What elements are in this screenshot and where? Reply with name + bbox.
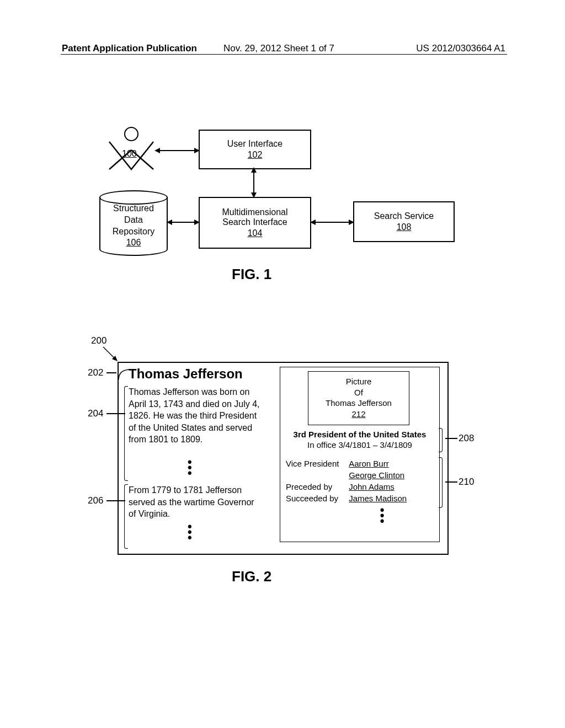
repo-cylinder: Structured Data Repository 106 <box>99 197 168 256</box>
title-curve <box>118 367 132 381</box>
row-vp-v1[interactable]: Aaron Burr <box>349 458 389 469</box>
header-center: Nov. 29, 2012 Sheet 1 of 7 <box>223 43 334 54</box>
bracket-204 <box>124 386 128 481</box>
pic-ref: 212 <box>308 409 409 420</box>
arrow-ui-msi <box>248 167 259 198</box>
lead-210 <box>445 481 457 483</box>
fig2-caption: FIG. 2 <box>232 568 271 585</box>
ref-208: 208 <box>459 433 474 444</box>
row-vp-v2[interactable]: George Clinton <box>349 469 404 481</box>
search-ref: 108 <box>397 222 412 232</box>
figure-1: 100 User Interface 102 Structured Data R… <box>97 130 483 284</box>
arrow-repo-msi <box>167 217 200 228</box>
msi-ref: 104 <box>248 228 263 238</box>
bracket-210 <box>439 457 443 508</box>
svg-marker-11 <box>349 220 354 225</box>
tick-206 <box>121 500 125 501</box>
row-prec-v1[interactable]: John Adams <box>349 481 395 493</box>
picture-box: Picture Of Thomas Jefferson 212 <box>308 371 409 425</box>
msi-label: Multidimensional Search Interface <box>222 207 287 227</box>
info-box: Picture Of Thomas Jefferson 212 3rd Pres… <box>280 367 440 542</box>
ui-label: User Interface <box>227 139 282 149</box>
caption-208: 3rd President of the United States In of… <box>280 430 439 449</box>
dots-1: ••• <box>188 459 192 476</box>
row-succ-v1[interactable]: James Madison <box>349 493 407 504</box>
patent-page: Patent Application Publication Nov. 29, … <box>0 0 565 728</box>
para-204: Thomas Jefferson was born on April 13, 1… <box>129 386 260 446</box>
pic-l1: Picture <box>308 376 409 387</box>
msi-box: Multidimensional Search Interface 104 <box>199 197 311 249</box>
fig2-panel: Thomas Jefferson Thomas Jefferson was bo… <box>118 362 449 555</box>
fig1-caption: FIG. 1 <box>232 266 271 283</box>
row-vp-key: Vice President <box>286 458 347 469</box>
svg-marker-7 <box>167 220 172 225</box>
ui-ref: 102 <box>248 150 263 160</box>
bracket-208 <box>439 428 443 452</box>
figure-2: 200 Thomas Jefferson Thomas Jefferson wa… <box>80 342 488 563</box>
header-rule <box>61 54 507 55</box>
row-succ-key: Succeeded by <box>286 493 347 504</box>
arrow-msi-search <box>310 217 354 228</box>
search-box: Search Service 108 <box>353 201 455 242</box>
lead-206 <box>106 500 121 501</box>
para-206: From 1779 to 1781 Jefferson served as th… <box>129 484 260 520</box>
arrow-user-ui <box>154 145 200 156</box>
header-left: Patent Application Publication <box>62 43 197 54</box>
ref-202: 202 <box>88 367 103 378</box>
header-right: US 2012/0303664 A1 <box>416 43 505 54</box>
repo-l1: Structured <box>113 203 154 215</box>
svg-marker-4 <box>251 167 257 173</box>
search-label: Search Service <box>374 211 434 221</box>
ref-206: 206 <box>88 495 103 506</box>
rows-210: Vice President Aaron Burr George Clinton… <box>286 458 407 524</box>
svg-marker-8 <box>194 220 200 225</box>
pic-l3: Thomas Jefferson <box>308 398 409 409</box>
dots-3: ••• <box>358 507 407 524</box>
svg-marker-1 <box>154 148 160 153</box>
row-prec-key: Preceded by <box>286 481 347 493</box>
dots-2: ••• <box>188 524 192 540</box>
lead-202 <box>106 372 116 373</box>
tick-204 <box>121 413 125 414</box>
cap208-t2: In office 3/4/1801 – 3/4/1809 <box>280 440 439 449</box>
page-title: Thomas Jefferson <box>129 366 243 382</box>
svg-marker-10 <box>310 220 316 225</box>
lead-204 <box>106 413 121 414</box>
cap208-t1: 3rd President of the United States <box>280 430 439 439</box>
user-ref: 100 <box>122 149 137 159</box>
repo-l3: Repository <box>113 226 154 238</box>
lead-208 <box>445 438 457 439</box>
svg-marker-5 <box>251 192 257 198</box>
ref-204: 204 <box>88 408 103 419</box>
ref-210: 210 <box>459 477 474 488</box>
svg-marker-2 <box>194 148 200 153</box>
repo-l2: Data <box>113 215 154 226</box>
pic-l2: Of <box>308 387 409 398</box>
repo-ref: 106 <box>113 237 154 249</box>
ui-box: User Interface 102 <box>199 130 311 169</box>
bracket-206 <box>124 484 128 549</box>
